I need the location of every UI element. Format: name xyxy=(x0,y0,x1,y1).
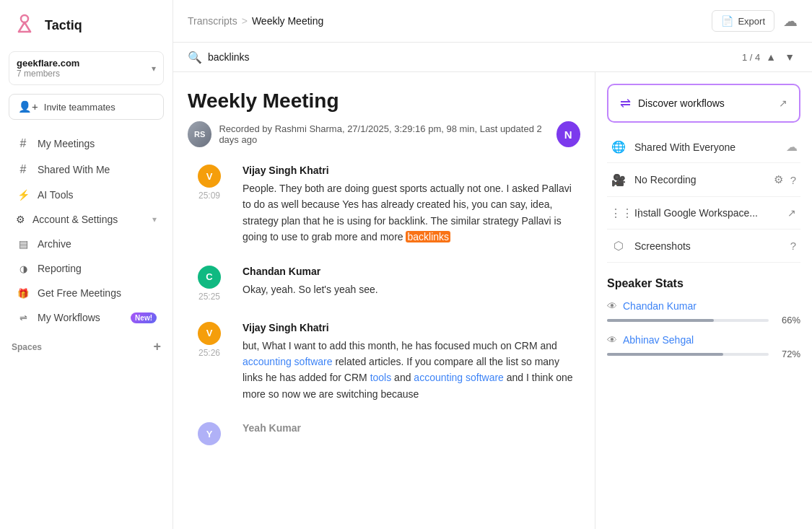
progress-bar-fill xyxy=(607,353,723,356)
progress-percentage: 66% xyxy=(774,315,800,325)
recorder-avatar: RS xyxy=(188,121,211,147)
speaker-avatar: C xyxy=(198,266,221,289)
workflows-icon: ⇌ xyxy=(16,312,30,323)
install-google-workspace-row: ⋮⋮⋮ Install Google Workspace... ↗ xyxy=(607,197,800,229)
cloud-icon[interactable]: ☁ xyxy=(783,12,798,30)
video-icon: 🎥 xyxy=(610,173,627,187)
hash-icon: # xyxy=(16,163,30,176)
speaker-stat-name[interactable]: Abhinav Sehgal xyxy=(623,334,694,346)
speaker-stat-row: 👁 Abhinav Sehgal 72% xyxy=(607,334,800,359)
transcript-entry: C 25:25 Chandan Kumar Okay, yeah. So let… xyxy=(188,266,580,302)
export-label: Export xyxy=(738,16,765,27)
transcript-entry: V 25:09 Vijay Singh Khatri People. They … xyxy=(188,165,580,245)
sidebar-item-ai-tools[interactable]: ⚡ AI Tools xyxy=(4,183,168,206)
sidebar-item-reporting[interactable]: ◑ Reporting xyxy=(4,257,168,280)
breadcrumb-current: Weekly Meeting xyxy=(252,15,323,27)
discover-workflows-card[interactable]: ⇌ Discover workflows ↗ xyxy=(607,84,800,123)
export-icon: 📄 xyxy=(721,15,733,27)
shared-with-everyone-label: Shared With Everyone xyxy=(634,141,779,153)
logo-icon xyxy=(12,12,38,40)
sidebar-item-get-free-meetings[interactable]: 🎁 Get Free Meetings xyxy=(4,281,168,305)
speaker-stats: Speaker Stats 👁 Chandan Kumar 66% xyxy=(607,277,800,359)
search-navigation: 1 / 4 ▲ ▼ xyxy=(742,50,798,64)
external-link-icon: ↗ xyxy=(779,97,787,109)
ai-tools-icon: ⚡ xyxy=(16,189,30,201)
add-space-button[interactable]: + xyxy=(153,339,161,354)
timestamp: 25:09 xyxy=(198,191,220,201)
speaker-avatar: V xyxy=(198,165,221,188)
speaker-name: Vijay Singh Khatri xyxy=(243,322,580,333)
sidebar-item-label: Reporting xyxy=(38,263,82,274)
spaces-label: Spaces xyxy=(12,342,42,352)
workspace-members: 7 members xyxy=(17,69,79,79)
eye-icon: 👁 xyxy=(607,300,617,312)
breadcrumb-separator: > xyxy=(242,15,248,27)
top-bar: Transcripts > Weekly Meeting 📄 Export ☁ xyxy=(173,0,812,43)
content-area: Weekly Meeting RS Recorded by Rashmi Sha… xyxy=(173,72,812,529)
link-tools[interactable]: tools xyxy=(370,372,392,383)
chevron-down-icon: ▾ xyxy=(152,214,157,224)
transcript-entry: V 25:26 Vijay Singh Khatri but, What I w… xyxy=(188,322,580,403)
install-external-link-icon[interactable]: ↗ xyxy=(786,206,798,220)
logo-area: Tactiq xyxy=(0,12,173,51)
svg-line-1 xyxy=(19,22,25,32)
reporting-icon: ◑ xyxy=(16,263,30,274)
sidebar-item-label: Shared With Me xyxy=(38,164,110,175)
new-badge: New! xyxy=(131,312,157,323)
timestamp: 25:26 xyxy=(198,348,220,358)
workflows-icon: ⇌ xyxy=(620,95,631,111)
right-panel: ⇌ Discover workflows ↗ 🌐 Shared With Eve… xyxy=(595,72,812,529)
screenshots-label: Screenshots xyxy=(634,240,782,252)
hash-icon: # xyxy=(16,137,30,150)
search-input[interactable] xyxy=(208,51,742,63)
globe-icon: 🌐 xyxy=(610,140,627,154)
export-button[interactable]: 📄 Export xyxy=(712,10,774,32)
chevron-down-icon: ▾ xyxy=(152,64,156,74)
sidebar: Tactiq geekflare.com 7 members ▾ 👤+ Invi… xyxy=(0,0,173,529)
invite-teammates-button[interactable]: 👤+ Invite teammates xyxy=(9,94,164,120)
grid-icon: ⋮⋮⋮ xyxy=(610,206,627,220)
sidebar-item-my-workflows[interactable]: ⇌ My Workflows New! xyxy=(4,306,168,329)
eye-icon: 👁 xyxy=(607,334,617,346)
main-content: Transcripts > Weekly Meeting 📄 Export ☁ … xyxy=(173,0,812,529)
timestamp: 25:25 xyxy=(198,292,220,302)
speaker-avatar: Y xyxy=(198,422,221,445)
install-google-workspace-label: Install Google Workspace... xyxy=(634,207,779,219)
breadcrumb: Transcripts > Weekly Meeting xyxy=(188,15,323,27)
invite-label: Invite teammates xyxy=(44,102,115,113)
screenshots-row: ⬡ Screenshots ? xyxy=(607,229,800,263)
search-bar: 🔍 1 / 4 ▲ ▼ xyxy=(173,43,812,72)
no-recording-help-button[interactable]: ? xyxy=(789,172,798,188)
screenshots-help-button[interactable]: ? xyxy=(789,238,798,253)
shared-with-everyone-row: 🌐 Shared With Everyone ☁ xyxy=(607,131,800,163)
speaker-stat-row: 👁 Chandan Kumar 66% xyxy=(607,300,800,325)
app-name: Tactiq xyxy=(45,18,82,33)
top-bar-actions: 📄 Export ☁ xyxy=(712,10,798,32)
search-next-button[interactable]: ▼ xyxy=(782,50,798,64)
search-prev-button[interactable]: ▲ xyxy=(763,50,779,64)
sidebar-item-label: AI Tools xyxy=(38,189,74,201)
sidebar-item-label: My Meetings xyxy=(38,138,95,149)
svg-point-0 xyxy=(21,15,28,22)
workspace-selector[interactable]: geekflare.com 7 members ▾ xyxy=(9,51,164,85)
sidebar-item-label: Account & Settings xyxy=(32,214,118,225)
breadcrumb-parent[interactable]: Transcripts xyxy=(188,15,237,27)
sidebar-item-archive[interactable]: ▤ Archive xyxy=(4,232,168,255)
sidebar-item-my-meetings[interactable]: # My Meetings xyxy=(4,131,168,156)
no-recording-edit-button[interactable]: ⚙ xyxy=(772,172,785,188)
progress-bar-bg xyxy=(607,319,769,322)
speaker-avatar: V xyxy=(198,322,221,345)
speaker-stat-name[interactable]: Chandan Kumar xyxy=(623,300,697,312)
meeting-title: Weekly Meeting xyxy=(188,89,580,113)
svg-line-2 xyxy=(25,22,30,32)
sidebar-item-label: Get Free Meetings xyxy=(38,287,121,299)
search-icon: 🔍 xyxy=(188,51,202,64)
workspace-name: geekflare.com xyxy=(17,58,79,69)
gift-icon: 🎁 xyxy=(16,288,30,299)
link-accounting-software-2[interactable]: accounting software xyxy=(414,372,504,383)
sidebar-item-shared-with-me[interactable]: # Shared With Me xyxy=(4,157,168,182)
link-accounting-software[interactable]: accounting software xyxy=(243,356,333,367)
speaker-name: Yeah Kumar xyxy=(243,422,580,434)
sidebar-item-account-settings[interactable]: ⚙ Account & Settings ▾ xyxy=(4,208,168,231)
progress-percentage: 72% xyxy=(774,349,800,359)
